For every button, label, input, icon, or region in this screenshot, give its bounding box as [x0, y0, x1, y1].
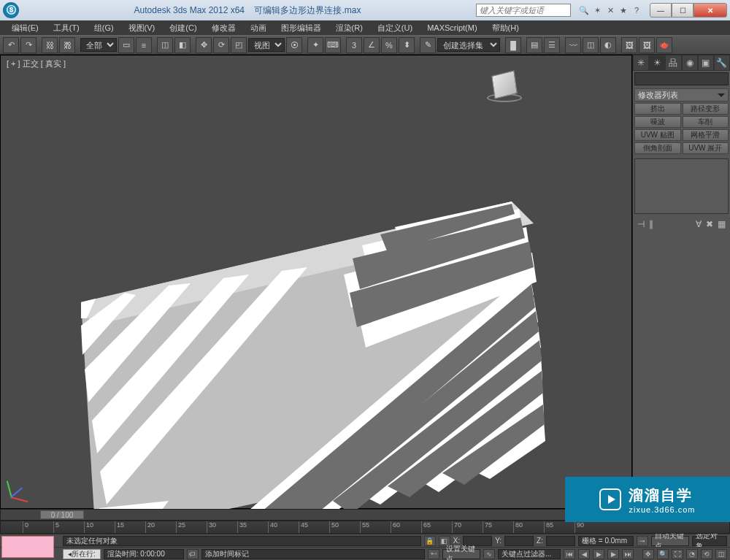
time-ruler[interactable]: 051015202530354045505560657075808590	[0, 521, 730, 534]
link-button[interactable]: ⛓	[42, 37, 58, 53]
mod-bevelprofile[interactable]: 倒角剖面	[634, 142, 681, 154]
pivot-button[interactable]: ⦿	[286, 37, 302, 53]
menu-modifiers[interactable]: 修改器	[204, 21, 243, 35]
setkey-largebutton[interactable]: ⬻	[428, 549, 439, 559]
tab-display[interactable]: ▣	[698, 55, 714, 71]
pin-stack-icon[interactable]: ⊣	[637, 219, 645, 229]
menu-customize[interactable]: 自定义(U)	[370, 21, 420, 35]
add-time-tag-field[interactable]: 添加时间标记	[201, 549, 425, 559]
app-icon[interactable]: ⓢ	[3, 2, 19, 18]
menu-tools[interactable]: 工具(T)	[46, 21, 87, 35]
tab-create[interactable]: ✳	[633, 55, 649, 71]
redo-button[interactable]: ↷	[20, 37, 36, 53]
show-end-result-icon[interactable]: ∥	[649, 219, 653, 229]
select-rotate-button[interactable]: ⟳	[213, 37, 229, 53]
menu-grapheditors[interactable]: 图形编辑器	[274, 21, 328, 35]
help-icon[interactable]: ?	[631, 4, 642, 16]
mod-uvwmap[interactable]: UVW 贴图	[634, 129, 681, 141]
tab-hierarchy[interactable]: 品	[665, 55, 681, 71]
goto-end-icon[interactable]: ⏭	[622, 549, 634, 559]
angle-snap-button[interactable]: ∠	[364, 37, 380, 53]
nav-pan-icon[interactable]: ✥	[642, 549, 654, 559]
exchange-icon[interactable]: ✕	[604, 4, 616, 16]
menu-help[interactable]: 帮助(H)	[485, 21, 526, 35]
tab-motion[interactable]: ◉	[682, 55, 698, 71]
viewport[interactable]: [ + ] 正交 [ 真实 ]	[0, 55, 632, 509]
modifier-stack[interactable]	[634, 158, 729, 214]
menu-edit[interactable]: 编辑(E)	[4, 21, 46, 35]
menu-views[interactable]: 视图(V)	[121, 21, 163, 35]
select-object-button[interactable]: ▭	[118, 37, 134, 53]
schematic-view-button[interactable]: ◫	[583, 37, 599, 53]
mesh-object[interactable]	[52, 129, 592, 545]
nav-zoom-icon[interactable]: 🔍	[657, 549, 669, 559]
prev-frame-icon[interactable]: ◀	[578, 549, 590, 559]
viewcube[interactable]	[487, 70, 522, 105]
nav-zoomext-icon[interactable]: ⛶	[672, 549, 683, 559]
subscription-icon[interactable]: ✶	[591, 4, 603, 16]
select-scale-button[interactable]: ◰	[231, 37, 247, 53]
setkey-button[interactable]: 设置关键点	[442, 549, 480, 559]
modifier-list-dropdown[interactable]: 修改器列表	[634, 88, 729, 101]
z-field[interactable]	[546, 536, 575, 546]
mod-noise[interactable]: 噪波	[634, 116, 681, 128]
menu-maxscript[interactable]: MAXScript(M)	[420, 22, 484, 34]
tab-utilities[interactable]: 🔧	[714, 55, 730, 71]
keyboard-shortcut-button[interactable]: ⌨	[325, 37, 341, 53]
named-selection-set[interactable]: 创建选择集	[437, 38, 500, 52]
goto-start-icon[interactable]: ⏮	[564, 549, 575, 559]
search-input[interactable]	[476, 4, 571, 17]
select-region-button[interactable]: ◫	[157, 37, 173, 53]
track-bar-key-block[interactable]	[1, 536, 54, 558]
nav-fov-icon[interactable]: ◔	[686, 549, 698, 559]
align-button[interactable]: ▤	[526, 37, 542, 53]
select-move-button[interactable]: ✥	[196, 37, 212, 53]
snap-toggle-button[interactable]: 3	[346, 37, 362, 53]
favorite-icon[interactable]: ★	[618, 4, 629, 16]
key-mode-icon[interactable]: ⊸	[637, 536, 648, 546]
remove-modifier-icon[interactable]: ✖	[706, 219, 713, 229]
edit-named-sel-button[interactable]: ✎	[420, 37, 436, 53]
mod-pathdeform[interactable]: 路径变形	[683, 103, 729, 115]
mod-extrude[interactable]: 挤出	[634, 103, 681, 115]
rendered-frame-button[interactable]: 🖼	[639, 37, 655, 53]
menu-group[interactable]: 组(G)	[87, 21, 121, 35]
mod-unwrapuvw[interactable]: UVW 展开	[683, 142, 729, 154]
configure-sets-icon[interactable]: ▦	[718, 219, 726, 229]
spinner-snap-button[interactable]: ⬍	[399, 37, 415, 53]
nav-maxtoggle-icon[interactable]: ◫	[715, 549, 727, 559]
menu-rendering[interactable]: 渲染(R)	[328, 21, 370, 35]
percent-snap-button[interactable]: %	[381, 37, 397, 53]
maximize-button[interactable]: ☐	[672, 3, 694, 18]
tab-modify[interactable]: ☀	[649, 55, 665, 71]
search-icon[interactable]: 🔍	[578, 4, 590, 16]
time-tag-icon[interactable]: 🏷	[187, 549, 199, 559]
ref-coord-system[interactable]: 视图	[248, 38, 285, 52]
close-button[interactable]: ✕	[694, 3, 727, 18]
mirror-button[interactable]: ▐▌	[505, 37, 521, 53]
mod-meshsmooth[interactable]: 网格平滑	[683, 129, 729, 141]
menu-animation[interactable]: 动画	[243, 21, 274, 35]
manipulate-button[interactable]: ✦	[307, 37, 323, 53]
undo-button[interactable]: ↶	[3, 37, 19, 53]
nav-orbit-icon[interactable]: ⟲	[701, 549, 712, 559]
time-slider-handle[interactable]: 0 / 100	[40, 510, 84, 519]
y-field[interactable]	[504, 536, 534, 546]
selected-keytarget[interactable]: 选定对象	[692, 536, 727, 546]
menu-create[interactable]: 创建(C)	[162, 21, 204, 35]
material-editor-button[interactable]: ◐	[600, 37, 616, 53]
render-setup-button[interactable]: 🖼	[621, 37, 637, 53]
lock-selection-icon[interactable]: 🔒	[424, 536, 436, 546]
curve-editor-button[interactable]: 〰	[565, 37, 581, 53]
layer-manager-button[interactable]: ☰	[544, 37, 560, 53]
select-by-name-button[interactable]: ≡	[136, 37, 152, 53]
autokey-button[interactable]: 自动关键点	[651, 536, 689, 546]
play-icon[interactable]: ▶	[593, 549, 604, 559]
next-frame-icon[interactable]: ▶	[607, 549, 619, 559]
render-production-button[interactable]: 🫖	[656, 37, 672, 53]
make-unique-icon[interactable]: ∀	[696, 219, 702, 229]
window-crossing-button[interactable]: ◧	[174, 37, 191, 53]
unlink-button[interactable]: ⛓̸	[59, 37, 75, 53]
mod-lathe[interactable]: 车削	[683, 116, 729, 128]
object-name-field[interactable]	[634, 72, 729, 85]
